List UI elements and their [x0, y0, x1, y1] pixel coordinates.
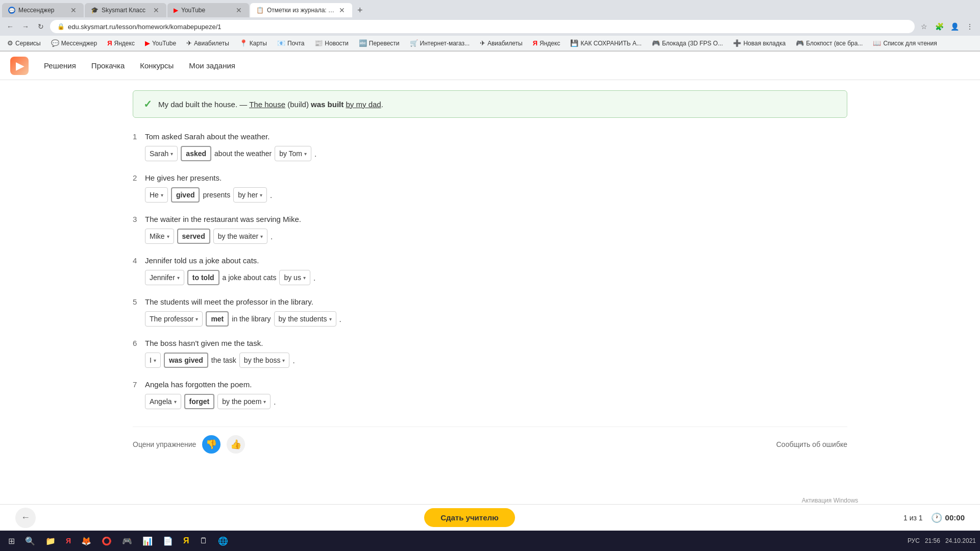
bm-yandex2[interactable]: Я Яндекс	[530, 38, 564, 48]
bottom-right: 1 из 1 🕐 00:00	[903, 512, 965, 523]
url-text: edu.skysmart.ru/lesson/homework/komabepu…	[68, 23, 222, 31]
services-icon: ⚙	[7, 39, 13, 47]
main-content: ✓ My dad built the house. — The house (b…	[0, 80, 980, 529]
agent-value-5: by the students	[279, 315, 327, 323]
extensions-button[interactable]: 🧩	[933, 20, 945, 33]
tab-close-skysmart[interactable]: ✕	[152, 5, 160, 15]
example-agent: by my dad	[346, 100, 381, 109]
bm-save[interactable]: 💾 КАК СОХРАНИТЬ А...	[567, 38, 645, 48]
agent-dropdown-2[interactable]: by her ▾	[233, 187, 267, 203]
refresh-button[interactable]: ↻	[35, 20, 47, 33]
agent-value-7: by the poem	[222, 397, 261, 406]
exercise-item-1: 1 Tom asked Sarah about the weather. Sar…	[133, 132, 847, 161]
verb-text-5: met	[211, 315, 224, 323]
bm-translate[interactable]: 🔤 Перевести	[356, 38, 403, 48]
nav-konkursy[interactable]: Конкурсы	[140, 61, 174, 70]
example-period: .	[381, 100, 383, 109]
bm-game1[interactable]: 🎮 Блокада (3D FPS О...	[649, 38, 726, 48]
profile-button[interactable]: 👤	[948, 20, 961, 33]
answer-row-1: Sarah ▾ asked about the weather by Tom ▾…	[133, 146, 847, 161]
verb-badge-7: forget	[184, 394, 215, 409]
bm-pochta[interactable]: 📧 Почта	[274, 38, 307, 48]
bm-avia1-label: Авиабилеты	[194, 40, 229, 47]
bm-avia2[interactable]: ✈ Авиабилеты	[477, 38, 526, 48]
rating-row: Оцени упражнение 👎 👍 Сообщить об ошибке	[133, 427, 847, 494]
agent-dropdown-7[interactable]: by the poem ▾	[217, 394, 271, 409]
bm-yandex[interactable]: Я Яндекс	[104, 38, 138, 48]
subject-dropdown-7[interactable]: Angela ▾	[145, 394, 181, 409]
subject-dropdown-5[interactable]: The professor ▾	[145, 311, 203, 327]
bm-game2[interactable]: 🎮 Блокпост (все бра...	[793, 38, 866, 48]
subject-dropdown-1[interactable]: Sarah ▾	[145, 146, 178, 161]
tab-close-otmetki[interactable]: ✕	[338, 5, 346, 15]
subject-dropdown-3[interactable]: Mike ▾	[145, 229, 174, 244]
address-field[interactable]: 🔒 edu.skysmart.ru/lesson/homework/komabe…	[50, 20, 915, 33]
timer-value: 00:00	[945, 513, 965, 522]
back-button[interactable]: ←	[4, 20, 16, 33]
bm-game2-label: Блокпост (все бра...	[806, 40, 863, 47]
agent-dropdown-1[interactable]: by Tom ▾	[275, 146, 311, 161]
bm-avia1[interactable]: ✈ Авиабилеты	[183, 38, 232, 48]
bm-reading-icon: 📖	[873, 39, 881, 47]
thumbs-up-button[interactable]: 👍	[227, 435, 245, 454]
nav-moizadaniya[interactable]: Мои задания	[189, 61, 235, 70]
nav-prokachka[interactable]: Прокачка	[91, 61, 125, 70]
nav-resheniya[interactable]: Решения	[44, 61, 76, 70]
tab-close-messenger[interactable]: ✕	[69, 5, 78, 15]
bm-messenger-icon: 💬	[51, 39, 59, 47]
tab-messenger[interactable]: 💬 Мессенджер ✕	[2, 3, 84, 17]
bm-save-icon: 💾	[570, 39, 578, 47]
tab-youtube[interactable]: ▶ YouTube ✕	[167, 3, 249, 17]
agent-dropdown-3[interactable]: by the waiter ▾	[213, 229, 267, 244]
prev-button[interactable]: ←	[15, 508, 36, 528]
period-7: .	[274, 397, 276, 406]
verb-text-1: asked	[186, 149, 206, 158]
verb-text-2: gived	[176, 191, 195, 199]
tab-title-youtube: YouTube	[181, 7, 232, 14]
bm-reading[interactable]: 📖 Список для чтения	[870, 38, 940, 48]
ex-question-text-5: The students will meet the professor in …	[145, 297, 313, 306]
bookmarks-bar: ⚙ Сервисы 💬 Мессенджер Я Яндекс ▶ YouTub…	[0, 36, 980, 51]
forward-button[interactable]: →	[19, 20, 32, 33]
bm-maps[interactable]: 📍 Карты	[236, 38, 270, 48]
agent-dropdown-6[interactable]: by the boss ▾	[239, 353, 290, 368]
tab-title-skysmart: Skysmart Класс	[102, 7, 149, 14]
submit-button[interactable]: Сдать учителю	[424, 508, 515, 527]
ex-question-text-4: Jennifer told us a joke about cats.	[145, 256, 259, 265]
bm-maps-icon: 📍	[239, 39, 248, 47]
menu-button[interactable]: ⋮	[964, 20, 976, 33]
report-link[interactable]: Сообщить об ошибке	[776, 440, 847, 448]
new-tab-button[interactable]: +	[353, 5, 367, 16]
bm-yandex2-label: Яндекс	[540, 40, 560, 47]
subject-value-7: Angela	[150, 397, 172, 406]
tab-otmetki[interactable]: 📋 Отметки из журнала: Панчин К... ✕	[250, 3, 352, 17]
bookmark-star[interactable]: ☆	[918, 20, 930, 33]
agent-dropdown-5[interactable]: by the students ▾	[274, 311, 336, 327]
verb-badge-2: gived	[171, 187, 200, 203]
tab-close-youtube[interactable]: ✕	[235, 5, 243, 15]
subject-dropdown-4[interactable]: Jennifer ▾	[145, 270, 184, 285]
bm-news[interactable]: 📰 Новости	[311, 38, 351, 48]
thumbs-down-icon: 👎	[206, 439, 217, 450]
rest-text-6: the task	[211, 356, 236, 364]
bm-messenger[interactable]: 💬 Мессенджер	[48, 38, 100, 48]
subject-dropdown-2[interactable]: He ▾	[145, 187, 168, 203]
bm-services[interactable]: ⚙ Сервисы	[4, 38, 44, 48]
bm-youtube[interactable]: ▶ YouTube	[142, 38, 179, 48]
verb-text-4: to told	[192, 273, 214, 282]
agent-dropdown-4[interactable]: by us ▾	[279, 270, 310, 285]
messenger-icon: 💬	[8, 7, 15, 14]
bm-yandex-label: Яндекс	[114, 40, 135, 47]
bm-services-label: Сервисы	[15, 40, 41, 47]
ex-number-5: 5	[133, 297, 141, 306]
thumbs-down-button[interactable]: 👎	[202, 435, 220, 454]
tab-skysmart[interactable]: 🎓 Skysmart Класс ✕	[85, 3, 166, 17]
exercise-item-7: 7 Angela has forgotten the poem. Angela …	[133, 380, 847, 409]
bm-newtab[interactable]: ➕ Новая вкладка	[730, 38, 789, 48]
bm-pochta-icon: 📧	[277, 39, 285, 47]
subject-dropdown-6[interactable]: I ▾	[145, 353, 161, 368]
ex-number-7: 7	[133, 380, 141, 389]
bm-shop[interactable]: 🛒 Интернет-магаз...	[407, 38, 473, 48]
exercise-question-4: 4 Jennifer told us a joke about cats.	[133, 256, 847, 265]
dropdown-arrow-3: ▾	[167, 234, 169, 239]
